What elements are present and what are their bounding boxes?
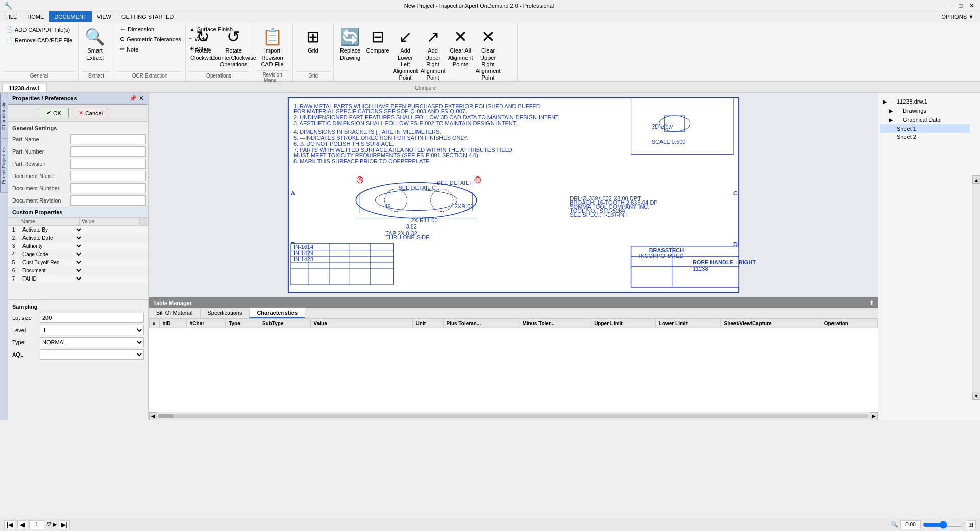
zoom-slider[interactable] [923, 521, 964, 529]
menu-home[interactable]: HOME [22, 11, 49, 22]
cancel-button[interactable]: ✕ Cancel [73, 108, 108, 118]
maximize-button[interactable]: □ [957, 2, 965, 10]
v-scroll-down-button[interactable]: ▼ [972, 392, 980, 400]
tab-drawing[interactable]: 11238.drw.1 [2, 84, 47, 92]
tree-item-sheet2[interactable]: Sheet 2 [880, 133, 970, 141]
side-tab-project-properties[interactable]: Project Properties [0, 139, 8, 193]
tab-bill-of-material[interactable]: Bill Of Material [149, 308, 201, 318]
nav-last-button[interactable]: ▶| [59, 520, 70, 529]
cp-name-4[interactable]: Cage Code [19, 250, 84, 258]
add-cad-button[interactable]: 📄 ADD CAD/PDF File(s) [3, 24, 75, 34]
lot-size-input[interactable] [40, 313, 144, 323]
tab-characteristics[interactable]: Characteristics [250, 308, 305, 318]
cp-name-3[interactable]: Authority [19, 242, 84, 250]
col-plus-tolerance: Plus Toleran... [443, 319, 519, 328]
sampling-title: Sampling [12, 304, 144, 312]
document-revision-input[interactable] [70, 195, 146, 206]
properties-close-button[interactable]: ✕ [139, 95, 144, 102]
properties-pin-button[interactable]: 📌 [129, 95, 137, 102]
menu-document[interactable]: DOCUMENT [49, 11, 92, 22]
lot-size-row: Lot size [12, 312, 144, 324]
ok-button[interactable]: ✔ OK [39, 108, 69, 118]
aql-select[interactable] [40, 349, 144, 360]
replace-drawing-button[interactable]: 🔄 Replace Drawing [337, 24, 363, 65]
table-manager-expand-icon[interactable]: ⬆ [869, 300, 874, 307]
h-scroll-track [158, 414, 869, 418]
cp-name-2[interactable]: Activate Date [19, 234, 84, 242]
add-upper-right-button[interactable]: ↗ Add Upper Right Alignment Point [420, 24, 446, 83]
minimize-button[interactable]: – [945, 2, 953, 10]
tab-specifications[interactable]: Specifications [201, 308, 250, 318]
part-name-row: Part Name 🔗 [8, 133, 148, 145]
v-scroll-up-button[interactable]: ▲ [972, 175, 980, 184]
part-name-input[interactable] [70, 134, 146, 144]
clear-all-alignment-button[interactable]: ✕ Clear All Alignment Points [447, 24, 474, 69]
menu-getting-started[interactable]: GETTING STARTED [116, 11, 179, 22]
h-scroll-thumb[interactable] [158, 414, 174, 418]
options-button[interactable]: OPTIONS ▼ [936, 11, 980, 22]
geometric-tolerances-button[interactable]: ⊕ Geometric Tolerances [117, 34, 184, 44]
rotate-ccw-button[interactable]: ↺ Rotate CounterClockwise Operations [218, 24, 249, 69]
svg-text:C: C [733, 190, 738, 196]
titlebar-controls: – □ ✕ [945, 2, 976, 10]
smart-extract-button[interactable]: 🔍 SmartExtract [82, 24, 108, 65]
col-operation: Operation [821, 319, 877, 328]
table-manager-header: Table Manager ⬆ [149, 298, 878, 308]
col-minus-tolerance: Minus Toler... [519, 319, 591, 328]
side-tab-characteristic[interactable]: Characteristic [0, 93, 8, 138]
cp-row-1: 1 Activate By [8, 226, 148, 234]
col-selector: ≡ [150, 319, 160, 328]
titlebar-title: New Project - InspectionXpert OnDemand 2… [404, 3, 554, 9]
remove-cad-button[interactable]: 📄 Remove CAD/PDF File [3, 35, 75, 45]
drawing-canvas[interactable]: BRASSTECH INCORPORATED ROPE HANDLE - RIG… [149, 93, 878, 297]
svg-text:IN-1428: IN-1428 [293, 256, 313, 262]
grid-button[interactable]: ⊞ Grid [296, 24, 330, 65]
zoom-value-input[interactable] [900, 520, 921, 529]
cp-value-1 [84, 230, 149, 231]
nav-page-input[interactable] [29, 520, 44, 529]
part-revision-input[interactable] [70, 159, 146, 169]
compare-button[interactable]: ⊟ Compare [364, 24, 391, 65]
tree-item-graphical-data[interactable]: ▶ — Graphical Data [880, 115, 970, 124]
document-name-input[interactable] [70, 171, 146, 181]
menu-view[interactable]: VIEW [92, 11, 116, 22]
ribbon-group-grid: ⊞ Grid Grid [293, 22, 334, 81]
tree-item-drawings[interactable]: ▶ — Drawings [880, 106, 970, 115]
general-settings-title: General Settings [8, 122, 148, 133]
tree-icon-graphical: — [895, 116, 901, 123]
h-scroll-left-button[interactable]: ◀ [149, 412, 157, 420]
tree-arrow-graphical: ▶ [889, 117, 893, 123]
sampling-section: Sampling Lot size Level IIIIII Type NORM… [8, 299, 148, 364]
svg-text:SCALE 0.500: SCALE 0.500 [652, 139, 686, 145]
menu-file[interactable]: FILE [0, 11, 22, 22]
h-scrollbar[interactable]: ◀ ▶ [149, 412, 878, 420]
cp-name-6[interactable]: Document [19, 267, 84, 274]
cp-name-7[interactable]: FAI ID [19, 275, 84, 283]
import-revision-button[interactable]: 📋 Import Revision CAD File [255, 24, 289, 69]
clear-upper-right-button[interactable]: ✕ Clear Upper Right Alignment Point [475, 24, 501, 83]
part-number-input[interactable] [70, 146, 146, 157]
level-select[interactable]: IIIIII [40, 325, 144, 335]
tree-item-root[interactable]: ▶ — 11238.drw.1 [880, 97, 970, 106]
ok-label: OK [53, 110, 61, 116]
svg-text:4. DIMENSIONS IN BRACKETS [ ] : 4. DIMENSIONS IN BRACKETS [ ] ARE IN MIL… [293, 129, 442, 135]
smart-extract-icon: 🔍 [85, 27, 105, 46]
type-select[interactable]: NORMALTIGHTENEDREDUCED [40, 337, 144, 347]
note-button[interactable]: ✏ Note [117, 44, 184, 54]
ribbon-group-general: 📄 ADD CAD/PDF File(s) 📄 Remove CAD/PDF F… [0, 22, 79, 81]
cp-value-5 [84, 262, 149, 263]
nav-prev-button[interactable]: ◀ [17, 520, 27, 529]
dimension-button[interactable]: ↔ Dimension [117, 24, 184, 34]
h-scroll-right-button[interactable]: ▶ [870, 412, 878, 420]
close-button[interactable]: ✕ [968, 2, 976, 10]
add-lower-left-button[interactable]: ↙ Add Lower Left Alignment Point [392, 24, 419, 83]
svg-text:SEE DETAIL F: SEE DETAIL F [437, 180, 474, 186]
add-upper-right-label: Add Upper Right Alignment Point [421, 47, 446, 81]
tree-item-sheet1[interactable]: Sheet 1 [880, 124, 970, 133]
zoom-fit-button[interactable]: ⊞ [966, 520, 976, 529]
cp-name-5[interactable]: Cust Buyoff Req [19, 259, 84, 266]
cp-row-2: 2 Activate Date [8, 234, 148, 242]
document-number-input[interactable] [70, 183, 146, 193]
cp-name-1[interactable]: Activate By [19, 226, 84, 234]
nav-first-button[interactable]: |◀ [4, 520, 15, 529]
